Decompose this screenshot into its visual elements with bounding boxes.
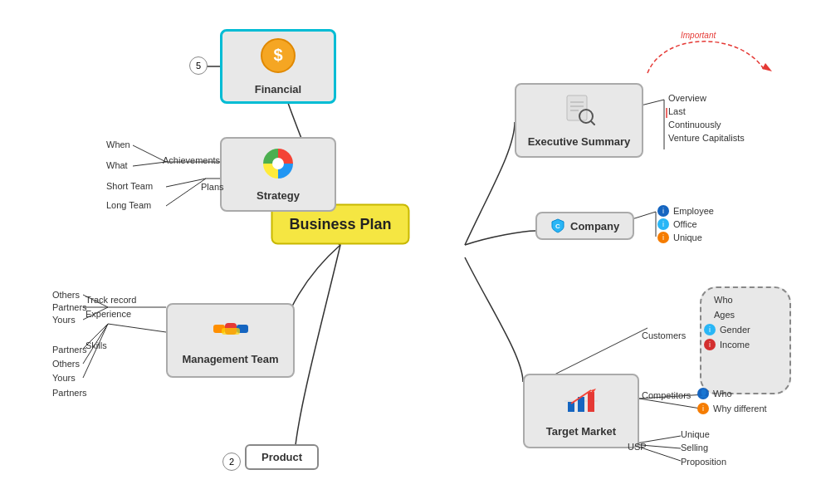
partners3-label: Partners [52, 388, 87, 398]
product-circle: 2 [222, 453, 241, 471]
why-different-item: i Why different [697, 403, 767, 414]
continuously-label: Continuously [668, 120, 721, 130]
center-label: Business Plan [289, 216, 391, 232]
gender-item: i Gender [704, 324, 750, 335]
target-market-icon [564, 385, 598, 422]
svg-text:Important: Important [681, 31, 716, 40]
svg-marker-45 [762, 63, 772, 71]
skills-label: Skills [86, 340, 107, 350]
competitors-label: Competitors [642, 390, 691, 400]
what-label: What [106, 160, 128, 170]
executive-label: Executive Summary [528, 135, 631, 148]
ages-label: Ages [714, 310, 735, 320]
svg-line-3 [133, 162, 166, 166]
partners1-label: Partners [52, 302, 87, 312]
employee-item: i Employee [657, 205, 714, 217]
svg-line-14 [108, 324, 166, 332]
executive-icon [564, 94, 595, 132]
strategy-label: Strategy [257, 189, 300, 202]
svg-line-44 [591, 121, 594, 125]
venture-capitalists-label: Venture Capitalists [668, 133, 745, 143]
strategy-node[interactable]: Strategy [220, 137, 336, 212]
company-label: Company [570, 220, 619, 232]
who-customers-label: Who [714, 295, 733, 305]
unique-usp-label: Unique [681, 429, 710, 439]
proposition-label: Proposition [681, 457, 726, 467]
office-icon: i [657, 218, 669, 230]
others1-label: Others [52, 290, 80, 300]
long-team-label: Long Team [106, 200, 151, 210]
company-node[interactable]: C Company [535, 212, 634, 240]
product-node[interactable]: Product [245, 444, 319, 470]
gender-icon: i [704, 324, 716, 335]
partners2-label: Partners [52, 345, 87, 355]
executive-node[interactable]: Executive Summary [515, 83, 643, 158]
experience-label: Experience [86, 309, 131, 319]
svg-text:C: C [555, 223, 560, 230]
svg-rect-39 [567, 95, 587, 120]
customers-label: Customers [642, 330, 686, 340]
others2-label: Others [52, 359, 80, 369]
target-market-node[interactable]: Target Market [523, 374, 639, 448]
svg-text:$: $ [273, 46, 282, 64]
employee-icon: i [657, 205, 669, 217]
unique-company-item: i Unique [657, 232, 702, 243]
plans-label: Plans [201, 182, 224, 192]
who-competitors-icon: 👤 [697, 388, 709, 399]
usp-label: USP [628, 442, 647, 452]
strategy-icon [262, 148, 294, 186]
selling-label: Selling [681, 443, 708, 453]
management-icon [213, 316, 248, 350]
company-shield-icon: C [550, 218, 565, 233]
management-node[interactable]: Management Team [166, 303, 295, 378]
management-label: Management Team [182, 353, 278, 365]
financial-icon: $ [261, 38, 296, 80]
financial-circle: 5 [189, 56, 208, 75]
svg-point-34 [272, 158, 284, 169]
svg-line-2 [133, 145, 166, 162]
unique-company-icon: i [657, 232, 669, 243]
mindmap-container: Business Plan $ Financial 5 [0, 0, 821, 504]
when-label: When [106, 139, 130, 149]
income-icon: i [704, 339, 716, 350]
svg-line-6 [166, 179, 206, 206]
svg-line-5 [166, 179, 206, 187]
income-item: i Income [704, 339, 750, 350]
short-team-label: Short Team [106, 181, 153, 191]
target-market-label: Target Market [546, 425, 616, 438]
achievements-label: Achievements [163, 155, 220, 165]
overview-label: Overview [668, 93, 706, 103]
yours2-label: Yours [52, 373, 76, 383]
track-record-label: Track record [86, 295, 136, 305]
important-svg: Important [639, 23, 789, 90]
last-label: Last [668, 106, 686, 116]
yours1-label: Yours [52, 315, 76, 325]
svg-rect-38 [222, 328, 240, 335]
financial-label: Financial [255, 83, 301, 95]
svg-rect-52 [588, 392, 594, 412]
why-different-icon: i [697, 403, 709, 414]
who-competitors-item: 👤 Who [697, 388, 732, 399]
office-item: i Office [657, 218, 697, 230]
product-label: Product [261, 451, 302, 463]
financial-node[interactable]: $ Financial [220, 29, 336, 104]
